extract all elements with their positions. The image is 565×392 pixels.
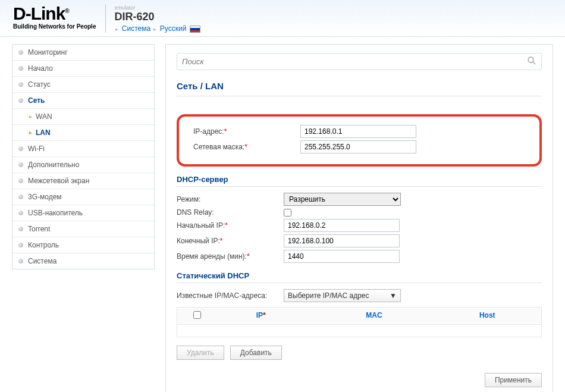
header: D-Link® Building Networks for People emu… — [0, 0, 565, 37]
known-addresses-select[interactable]: Выберите IP/MAC адрес ▼ — [284, 289, 401, 302]
bullet-icon — [18, 243, 23, 247]
lease-time-input[interactable] — [284, 250, 400, 263]
end-ip-label: Конечный IP:* — [177, 237, 284, 245]
bullet-icon — [18, 98, 23, 103]
add-button[interactable]: Добавить — [230, 346, 282, 360]
sidebar: Мониторинг Начало Статус Сеть ▸WAN ▸LAN … — [12, 44, 155, 269]
sidebar-item-3g[interactable]: 3G-модем — [12, 189, 154, 205]
ip-address-input[interactable] — [300, 125, 416, 138]
select-all-checkbox[interactable] — [193, 311, 201, 319]
ip-address-label: IP-адрес:* — [193, 127, 300, 136]
lease-time-label: Время аренды (мин):* — [177, 252, 284, 261]
bullet-icon — [18, 227, 23, 231]
dns-relay-checkbox[interactable] — [284, 209, 291, 217]
search-icon[interactable] — [527, 56, 536, 67]
chevron-right-icon: ▸ — [115, 26, 118, 32]
search-bar — [177, 53, 542, 70]
netmask-label: Сетевая маска:* — [193, 143, 300, 151]
known-addresses-label: Известные IP/MAC-адреса: — [177, 291, 284, 300]
bullet-icon — [18, 146, 23, 151]
sidebar-item-advanced[interactable]: Дополнительно — [12, 157, 154, 173]
sidebar-item-lan[interactable]: ▸LAN — [12, 125, 154, 141]
crumb-language[interactable]: Русский — [160, 24, 187, 33]
sidebar-item-firewall[interactable]: Межсетевой экран — [12, 173, 154, 189]
sidebar-item-control[interactable]: Контроль — [12, 237, 154, 253]
bullet-icon — [18, 82, 23, 87]
dhcp-mode-select[interactable]: Разрешить — [284, 193, 401, 206]
dhcp-section-title: DHCP-сервер — [177, 175, 542, 187]
bullet-icon — [18, 211, 23, 215]
sidebar-item-wifi[interactable]: Wi-Fi — [12, 141, 154, 157]
chevron-down-icon: ▼ — [390, 291, 397, 300]
static-dhcp-table: IP* MAC Host — [177, 307, 542, 337]
breadcrumbs: ▸ Система ▸ Русский — [114, 24, 200, 33]
sidebar-item-monitoring[interactable]: Мониторинг — [12, 45, 154, 61]
chevron-right-icon: ▸ — [29, 130, 32, 136]
sidebar-item-system[interactable]: Система — [12, 253, 154, 269]
static-dhcp-title: Статический DHCP — [177, 271, 542, 283]
apply-button[interactable]: Применить — [485, 373, 542, 387]
model-block: emulator DIR-620 ▸ Система ▸ Русский — [105, 5, 200, 33]
sidebar-item-start[interactable]: Начало — [12, 61, 154, 77]
logo: D-Link® Building Networks for People — [13, 5, 96, 30]
chevron-right-icon: ▸ — [153, 26, 156, 32]
start-ip-input[interactable] — [284, 219, 400, 232]
bullet-icon — [18, 259, 23, 264]
crumb-system[interactable]: Система — [122, 24, 150, 33]
sidebar-item-usb[interactable]: USB-накопитель — [12, 205, 154, 221]
main-content: Сеть / LAN IP-адрес:* Сетевая маска:* DH… — [165, 44, 553, 392]
table-body — [177, 325, 541, 337]
table-header-checkbox — [182, 311, 212, 321]
bullet-icon — [18, 178, 23, 183]
bullet-icon — [18, 50, 23, 55]
bullet-icon — [18, 66, 23, 71]
bullet-icon — [18, 195, 23, 199]
flag-ru-icon — [190, 26, 200, 33]
ip-settings-highlight: IP-адрес:* Сетевая маска:* — [177, 114, 542, 167]
bullet-icon — [18, 162, 23, 167]
table-header-ip: IP* — [212, 311, 310, 321]
netmask-input[interactable] — [300, 140, 416, 153]
svg-point-0 — [528, 57, 533, 62]
delete-button[interactable]: Удалить — [177, 346, 224, 360]
sidebar-item-wan[interactable]: ▸WAN — [12, 109, 154, 125]
sidebar-item-status[interactable]: Статус — [12, 77, 154, 93]
table-header-mac: MAC — [310, 311, 438, 321]
end-ip-input[interactable] — [284, 234, 400, 247]
dns-relay-label: DNS Relay: — [177, 208, 284, 217]
sidebar-item-network[interactable]: Сеть — [12, 93, 154, 109]
svg-line-1 — [533, 62, 535, 64]
chevron-right-icon: ▸ — [29, 114, 32, 120]
dhcp-mode-label: Режим: — [177, 195, 284, 203]
page-title: Сеть / LAN — [177, 81, 542, 96]
table-header-host: Host — [438, 311, 536, 321]
search-input[interactable] — [182, 57, 527, 66]
start-ip-label: Начальный IP:* — [177, 221, 284, 230]
sidebar-item-torrent[interactable]: Torrent — [12, 221, 154, 237]
